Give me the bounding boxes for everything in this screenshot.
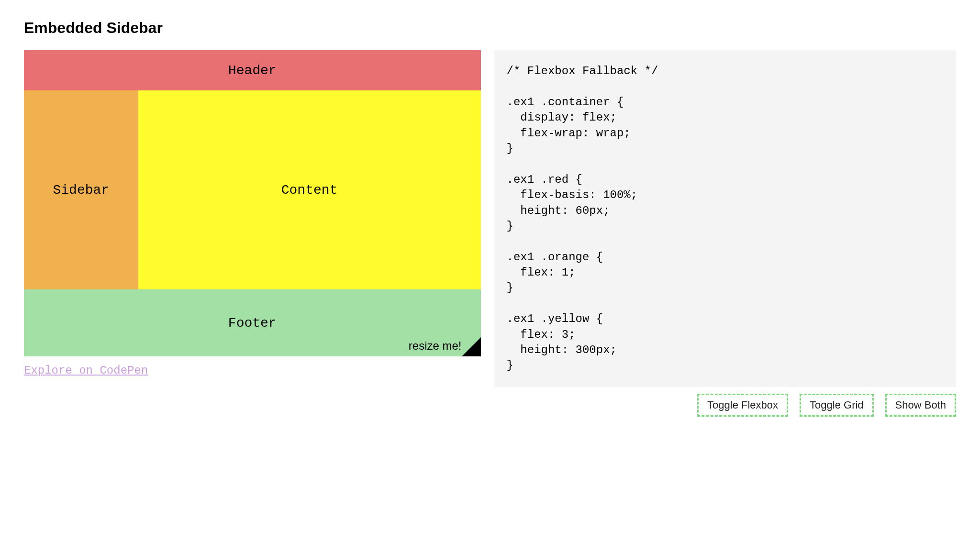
layout-demo[interactable]: Header Sidebar Content Footer resize me! <box>24 50 481 356</box>
toggle-grid-button[interactable]: Toggle Grid <box>800 394 874 417</box>
demo-column: Header Sidebar Content Footer resize me!… <box>24 50 481 417</box>
demo-sidebar-region: Sidebar <box>24 90 138 289</box>
show-both-button[interactable]: Show Both <box>885 394 956 417</box>
main-wrap: Header Sidebar Content Footer resize me!… <box>24 50 956 417</box>
demo-content-region: Content <box>138 90 481 289</box>
toggle-flexbox-button[interactable]: Toggle Flexbox <box>697 394 788 417</box>
demo-mid-row: Sidebar Content <box>24 90 481 289</box>
button-row: Toggle Flexbox Toggle Grid Show Both <box>494 394 956 417</box>
resize-handle-icon[interactable] <box>462 337 481 356</box>
resize-label: resize me! <box>409 339 462 353</box>
explore-codepen-link[interactable]: Explore on CodePen <box>24 364 481 377</box>
code-panel[interactable]: /* Flexbox Fallback */ .ex1 .container {… <box>494 50 956 387</box>
demo-header-region: Header <box>24 50 481 90</box>
code-column: /* Flexbox Fallback */ .ex1 .container {… <box>494 50 956 417</box>
page-title: Embedded Sidebar <box>24 19 956 37</box>
